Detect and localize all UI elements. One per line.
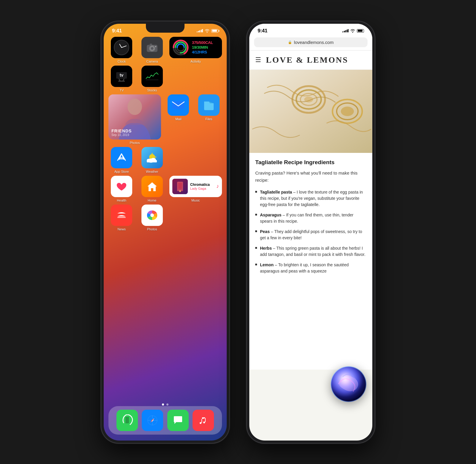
ingredient-bold-2: Asparagus — [260, 213, 281, 217]
address-bar[interactable]: 🔒 loveandlemons.com — [254, 37, 368, 47]
app-mail[interactable]: Mail — [165, 94, 192, 145]
appstore-label: App Store — [114, 170, 129, 173]
weather-icon — [141, 147, 163, 168]
bullet-4 — [255, 247, 257, 249]
health-icon — [111, 176, 132, 197]
svg-text:tv: tv — [120, 73, 124, 77]
svg-point-16 — [127, 99, 142, 115]
home-icon — [141, 176, 163, 197]
activity-cal: 375/500CAL — [192, 40, 213, 45]
app-stocks[interactable]: Stocks — [139, 66, 166, 92]
bullet-3 — [255, 230, 257, 232]
app-home[interactable]: Home — [139, 176, 166, 202]
news-label: News — [117, 227, 126, 231]
activity-min: 19/30MIN — [192, 45, 213, 50]
bullet-1 — [255, 191, 257, 193]
home-screen: 9:41 — [104, 24, 227, 441]
activity-label: Activity — [190, 60, 201, 63]
svg-rect-3 — [150, 44, 152, 45]
site-title: LOVE & LEMONS — [266, 55, 348, 65]
ingredient-item-2: Asparagus – If you can find them, use th… — [255, 212, 366, 224]
app-camera[interactable]: Camera — [139, 37, 166, 63]
friends-title: FRIENDS — [111, 129, 132, 133]
dock-safari[interactable] — [142, 410, 163, 431]
svg-rect-13 — [118, 81, 125, 82]
app-tv[interactable]: tv TV — [108, 66, 135, 92]
dock-messages[interactable] — [167, 410, 189, 431]
camera-icon — [141, 37, 163, 58]
safari-signal-icon — [342, 29, 349, 32]
music-album-art — [172, 179, 188, 194]
tv-icon: tv — [111, 66, 132, 87]
dock-phone[interactable] — [116, 410, 138, 431]
appstore-icon: A — [111, 147, 132, 168]
music-widget[interactable]: Chromatica Lady Gaga ♪ Music — [169, 176, 222, 202]
phone-1-screen: 9:41 — [104, 24, 227, 441]
app-photos[interactable]: Photos — [139, 205, 166, 231]
bullet-5 — [255, 264, 257, 265]
svg-point-4 — [155, 46, 156, 47]
ingredient-text-2: Asparagus – If you can find them, use th… — [260, 212, 366, 224]
website-content: Tagliatelle Recipe Ingredients Craving p… — [249, 153, 372, 370]
svg-rect-27 — [147, 160, 157, 162]
bullet-2 — [255, 214, 257, 216]
weather-label: Weather — [146, 170, 158, 173]
stocks-icon — [141, 66, 163, 87]
safari-nav-bar: 🔒 loveandlemons.com — [249, 35, 372, 50]
ingredient-bold-5: Lemon — [260, 262, 274, 267]
safari-wifi-icon — [350, 29, 355, 33]
music-title: Chromatica — [190, 183, 214, 187]
ingredient-item-1: Tagliatelle pasta – I love the texture o… — [255, 189, 366, 208]
app-news[interactable]: News — [108, 205, 135, 231]
status-time-1: 9:41 — [112, 28, 122, 34]
files-label: Files — [205, 117, 212, 121]
ingredient-bold-1: Tagliatelle pasta — [260, 190, 292, 194]
ingredient-desc-3: – They add delightful pops of sweetness,… — [260, 229, 362, 240]
music-info: Chromatica Lady Gaga — [190, 183, 214, 190]
signal-icon — [197, 29, 203, 32]
wifi-icon — [205, 29, 209, 33]
url-text: loveandlemons.com — [294, 40, 333, 45]
hamburger-icon[interactable]: ☰ — [255, 56, 261, 64]
page-dots — [162, 403, 168, 406]
app-health[interactable]: Health — [108, 176, 135, 202]
music-widget-label: Music — [191, 199, 200, 202]
hero-image — [249, 70, 372, 153]
notch — [146, 24, 185, 33]
svg-point-32 — [179, 190, 181, 192]
photos-app-label: Photos — [147, 227, 157, 231]
clock-icon — [111, 37, 132, 58]
music-note-icon: ♪ — [216, 183, 219, 189]
safari-status-icons — [342, 29, 364, 33]
photos-icon — [141, 205, 163, 226]
app-clock[interactable]: Clock — [108, 37, 135, 63]
dock — [108, 406, 222, 435]
music-artist: Lady Gaga — [190, 187, 214, 190]
svg-point-36 — [150, 213, 154, 217]
activity-widget[interactable]: 375/500CAL 19/30MIN 4/12HRS Activity — [169, 37, 222, 63]
ingredient-list: Tagliatelle pasta – I love the texture o… — [255, 189, 366, 274]
app-appstore[interactable]: A App Store — [108, 147, 135, 173]
phone-2-frame: 9:41 — [247, 21, 375, 443]
siri-overlay[interactable] — [331, 366, 366, 402]
app-weather[interactable]: Weather — [139, 147, 166, 173]
friends-date: Sep 10, 2019 — [111, 133, 132, 137]
app-files[interactable]: Files — [196, 94, 222, 145]
website-header: ☰ LOVE & LEMONS — [249, 50, 372, 70]
dock-music[interactable] — [193, 410, 214, 431]
notch-2 — [291, 24, 330, 33]
safari-time: 9:41 — [258, 28, 267, 34]
home-label: Home — [148, 199, 156, 202]
stocks-label: Stocks — [147, 88, 157, 92]
ingredient-text-5: Lemon – To brighten it up, I season the … — [260, 262, 366, 274]
svg-rect-17 — [172, 101, 184, 109]
recipe-intro: Craving pasta? Here's what you'll need t… — [255, 170, 366, 184]
ingredient-text-3: Peas – They add delightful pops of sweet… — [260, 229, 366, 241]
photos-widget[interactable]: FRIENDS Sep 10, 2019 Photos — [108, 94, 161, 145]
tv-label: TV — [119, 88, 124, 92]
photos-overlay: FRIENDS Sep 10, 2019 — [111, 129, 132, 137]
status-icons-1 — [197, 29, 218, 33]
svg-rect-34 — [117, 217, 126, 218]
ingredient-item-3: Peas – They add delightful pops of sweet… — [255, 229, 366, 241]
ingredient-text-4: Herbs – This spring green pasta is all a… — [260, 245, 366, 258]
